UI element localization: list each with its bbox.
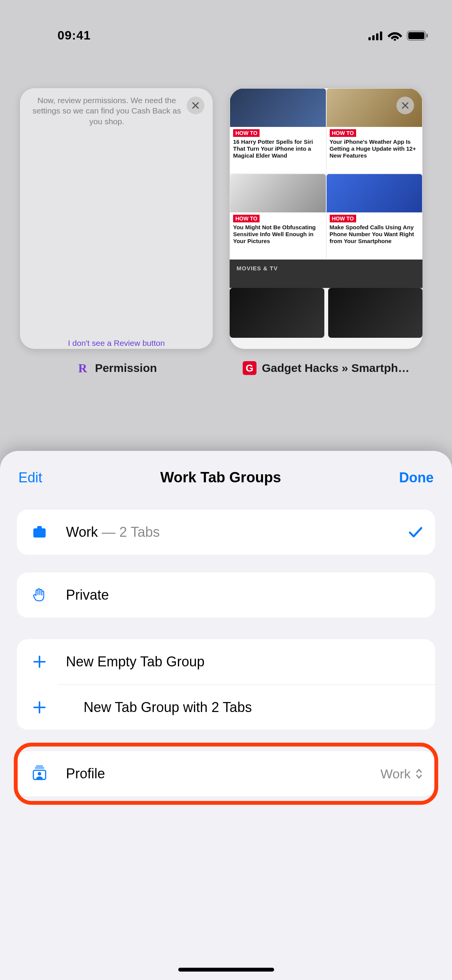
done-button[interactable]: Done <box>399 470 434 486</box>
home-indicator[interactable] <box>178 968 274 972</box>
battery-icon <box>407 31 429 41</box>
edit-button[interactable]: Edit <box>18 470 42 486</box>
tab-title-row: G Gadget Hacks » Smartph… <box>230 361 422 375</box>
new-empty-tab-group[interactable]: New Empty Tab Group <box>17 639 435 684</box>
briefcase-icon <box>32 525 47 540</box>
site-favicon: G <box>243 361 256 375</box>
article-tag: HOW TO <box>330 215 356 222</box>
sheet-title: Work Tab Groups <box>160 469 281 486</box>
tab-groups-sheet: Edit Work Tab Groups Done Work — 2 Tabs <box>0 451 452 980</box>
tab-title: Permission <box>95 362 157 375</box>
article-tag: HOW TO <box>233 129 260 137</box>
section-header: MOVIES & TV <box>230 260 422 288</box>
svg-rect-0 <box>368 37 371 40</box>
row-label: New Empty Tab Group <box>66 654 424 670</box>
plus-icon <box>32 700 47 715</box>
article-tag: HOW TO <box>330 129 356 137</box>
row-label: Private <box>66 587 424 603</box>
plus-icon <box>32 654 47 669</box>
svg-rect-1 <box>372 35 375 40</box>
tab-card[interactable]: HOW TO16 Harry Potter Spells for Siri Th… <box>230 88 422 375</box>
profile-value: Work <box>380 766 424 781</box>
svg-point-11 <box>38 772 41 776</box>
tab-title: Gadget Hacks » Smartph… <box>262 362 409 375</box>
article-headline: Make Spoofed Calls Using Any Phone Numbe… <box>327 223 422 248</box>
group-count: — 2 Tabs <box>102 524 159 540</box>
status-indicators <box>368 31 429 41</box>
sheet-header: Edit Work Tab Groups Done <box>0 469 452 486</box>
tab-overview-grid: Now, review permissions. We need the set… <box>20 88 422 375</box>
close-tab-button[interactable] <box>396 97 414 114</box>
close-tab-button[interactable] <box>187 97 204 114</box>
profile-card-icon <box>31 765 48 783</box>
svg-rect-3 <box>380 31 382 40</box>
article-tag: HOW TO <box>233 215 260 222</box>
row-label: New Tab Group with 2 Tabs <box>84 699 424 715</box>
svg-rect-7 <box>426 34 428 38</box>
close-icon <box>191 101 200 110</box>
profile-picker[interactable]: Profile Work <box>17 751 435 796</box>
status-bar: 09:41 <box>0 0 452 38</box>
row-label: Profile <box>66 766 365 782</box>
hand-icon <box>31 587 48 603</box>
close-icon <box>401 101 410 110</box>
svg-rect-2 <box>376 33 378 40</box>
site-favicon: R <box>76 361 90 375</box>
tab-group-private[interactable]: Private <box>17 572 435 618</box>
group-name: Work <box>66 524 98 540</box>
tab1-preview-footer: I don't see a Review button <box>20 339 213 348</box>
tab-group-work[interactable]: Work — 2 Tabs <box>17 510 435 555</box>
wifi-icon <box>388 31 402 41</box>
new-tab-group-with-tabs[interactable]: New Tab Group with 2 Tabs <box>58 684 435 730</box>
svg-rect-6 <box>408 32 424 39</box>
cellular-icon <box>368 31 383 40</box>
svg-point-4 <box>394 39 396 41</box>
article-headline: 16 Harry Potter Spells for Siri That Tur… <box>230 138 326 162</box>
tab1-preview-text: Now, review permissions. We need the set… <box>28 95 186 127</box>
status-time: 09:41 <box>58 28 91 43</box>
tab-card[interactable]: Now, review permissions. We need the set… <box>20 88 213 375</box>
chevron-up-down-icon <box>414 768 424 780</box>
tab-title-row: R Permission <box>20 361 213 375</box>
article-headline: You Might Not Be Obfuscating Sensitive I… <box>230 223 326 248</box>
row-label: Work — 2 Tabs <box>66 524 392 540</box>
checkmark-icon <box>408 524 424 540</box>
article-headline: Your iPhone's Weather App Is Getting a H… <box>327 138 422 162</box>
